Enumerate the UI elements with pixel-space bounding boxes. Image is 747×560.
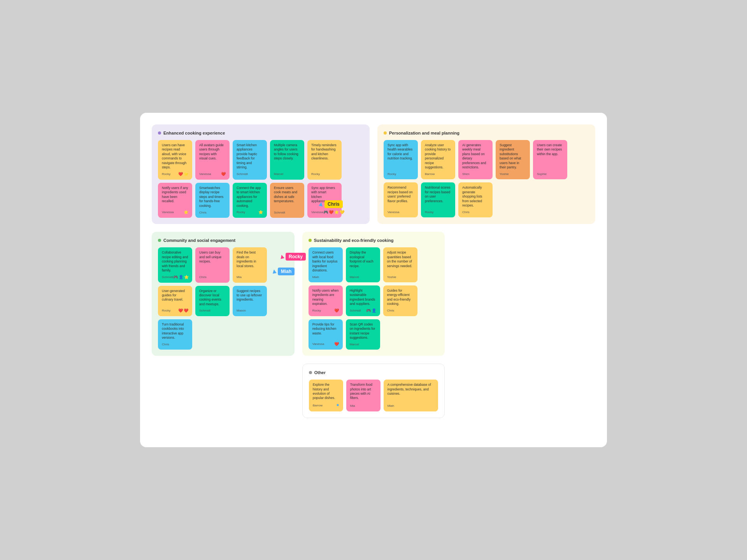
community-card-2[interactable]: Users can buy and sell unique recipes. C… <box>195 247 230 282</box>
board-meal-dot <box>384 131 387 135</box>
sust-card-7[interactable]: Provide tips for reducing kitchen waste.… <box>309 319 343 350</box>
cooking-card-9[interactable]: Ensure users cook meats and dishes at sa… <box>270 183 304 218</box>
community-card-4[interactable]: User-generated guides for culinary trave… <box>158 286 192 316</box>
cooking-card-2[interactable]: All avatars guide users through recipes … <box>195 140 230 180</box>
board-cooking-title: Enhanced cooking experience <box>163 131 225 135</box>
meal-card-7[interactable]: Nutritional scores for recipes based on … <box>421 182 455 217</box>
community-card-1[interactable]: Collaborative recipe editing and cooking… <box>158 247 192 282</box>
sust-card-5[interactable]: Highlight sustainable ingredient brands … <box>346 285 380 316</box>
board-community-header: Community and social engagement <box>158 238 288 243</box>
board-other-title: Other <box>314 370 326 375</box>
board-meal-title: Personalization and meal planning <box>389 131 459 135</box>
meal-cards-grid: Sync app with health wearables for calor… <box>384 140 589 217</box>
sust-card-6[interactable]: Guides for energy-efficient and eco-frie… <box>383 285 417 316</box>
board-sustainability-title: Sustainability and eco-friendly cooking <box>314 238 394 243</box>
board-meal-header: Personalization and meal planning <box>384 131 589 135</box>
meal-card-1[interactable]: Sync app with health wearables for calor… <box>384 140 418 179</box>
board-sustainability-header: Sustainability and eco-friendly cooking <box>309 238 439 243</box>
cooking-cards-grid: Users can have recipes read aloud, with … <box>158 140 363 218</box>
community-card-7[interactable]: Turn traditional cookbooks into interact… <box>158 319 192 350</box>
meal-card-5[interactable]: Users can create their own recipes withi… <box>533 140 567 179</box>
community-card-3[interactable]: Find the best deals on ingredients in lo… <box>233 247 267 282</box>
board-other: Other Explore the history and evolution … <box>302 364 445 418</box>
meal-card-6[interactable]: Recommend recipes based on users' prefer… <box>384 182 418 217</box>
cooking-card-10[interactable]: Sync app timers with smart kitchen appli… <box>307 183 342 218</box>
cooking-card-7[interactable]: Smartwatches display recipe steps and ti… <box>195 183 230 218</box>
board-other-dot <box>309 371 312 374</box>
app-container: Enhanced cooking experience Users can ha… <box>140 113 607 447</box>
board-cooking-header: Enhanced cooking experience <box>158 131 363 135</box>
meal-card-3[interactable]: AI generates weekly meal plans based on … <box>458 140 493 179</box>
board-cooking-dot <box>158 131 161 135</box>
board-sustainability: Sustainability and eco-friendly cooking … <box>302 232 445 356</box>
cooking-card-6[interactable]: Notify users if any ingredients used hav… <box>158 183 192 218</box>
board-community-dot <box>158 239 161 242</box>
sust-card-8[interactable]: Scan QR codes on ingredients for instant… <box>346 319 380 350</box>
sust-card-2[interactable]: Display the ecological footprint of each… <box>346 247 380 282</box>
sust-card-4[interactable]: Notify users when ingredients are nearin… <box>309 285 343 316</box>
cooking-card-3[interactable]: Smart kitchen appliances provide haptic … <box>233 140 267 180</box>
board-community: Community and social engagement Collabor… <box>152 232 295 356</box>
meal-card-2[interactable]: Analyze user cooking history to provide … <box>421 140 455 179</box>
other-card-2[interactable]: Transform food photos into art pieces wi… <box>346 380 381 411</box>
sustainability-cards-grid: Connect users with local food banks for … <box>309 247 439 350</box>
other-card-1[interactable]: Explore the history and evolution of pop… <box>309 380 343 411</box>
board-other-header: Other <box>309 370 438 375</box>
cooking-card-8[interactable]: Connect the app to smart kitchen applian… <box>233 183 267 218</box>
board-community-title: Community and social engagement <box>163 238 235 243</box>
board-meal: Personalization and meal planning Sync a… <box>377 124 595 224</box>
meal-card-4[interactable]: Suggest ingredient substitutions based o… <box>496 140 530 179</box>
board-sustainability-dot <box>309 239 312 242</box>
cooking-card-4[interactable]: Multiple camera angles for users to foll… <box>270 140 304 180</box>
meal-card-8[interactable]: Automatically generate shopping lists fr… <box>458 182 493 217</box>
board-cooking: Enhanced cooking experience Users can ha… <box>152 124 370 224</box>
cooking-card-5[interactable]: Timely reminders for handwashing and kit… <box>307 140 342 180</box>
other-cards-grid: Explore the history and evolution of pop… <box>309 380 438 411</box>
sust-card-3[interactable]: Adjust recipe quantities based on the nu… <box>383 247 417 282</box>
community-cards-grid: Collaborative recipe editing and cooking… <box>158 247 288 350</box>
community-card-6[interactable]: Suggest recipes to use up leftover ingre… <box>233 286 267 316</box>
other-card-3[interactable]: A comprehensive database of ingredients,… <box>384 380 438 411</box>
sust-card-1[interactable]: Connect users with local food banks for … <box>309 247 343 282</box>
community-card-5[interactable]: Organize or discover local cooking event… <box>195 286 230 316</box>
cooking-card-1[interactable]: Users can have recipes read aloud, with … <box>158 140 192 180</box>
